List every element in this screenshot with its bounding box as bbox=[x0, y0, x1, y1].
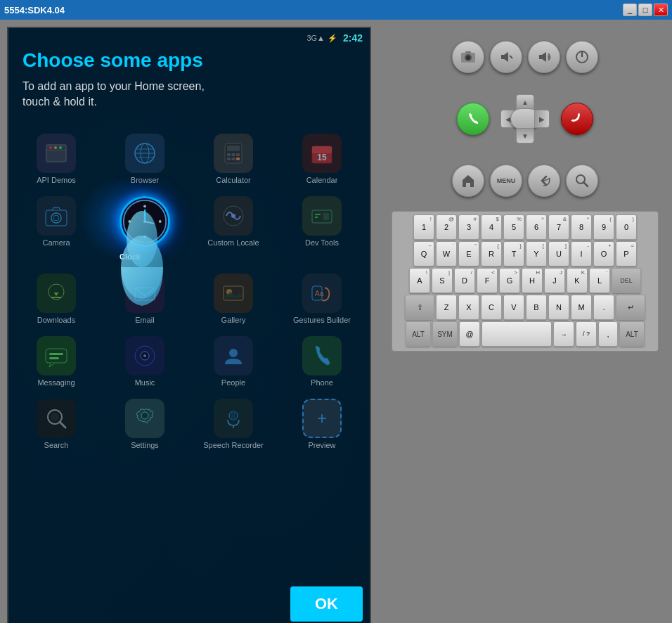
key-6[interactable]: ^6 bbox=[526, 214, 547, 240]
key-q[interactable]: ~Q bbox=[413, 241, 434, 266]
dpad-down-button[interactable]: ▼ bbox=[516, 128, 534, 143]
key-9[interactable]: (9 bbox=[593, 214, 614, 240]
dpad-right-button[interactable]: ▶ bbox=[534, 110, 550, 128]
app-label: Custom Locale bbox=[207, 238, 259, 248]
key-shift[interactable]: ⇧ bbox=[405, 295, 434, 320]
key-1[interactable]: !1 bbox=[413, 214, 434, 240]
key-i[interactable]: -I bbox=[571, 241, 592, 266]
key-at[interactable]: @ bbox=[459, 321, 480, 347]
home-hw-button[interactable] bbox=[452, 165, 484, 197]
camera-hw-button[interactable] bbox=[452, 41, 484, 73]
key-alt-right[interactable]: ALT bbox=[619, 321, 645, 347]
key-a[interactable]: \A bbox=[409, 268, 430, 293]
key-period[interactable]: . bbox=[593, 295, 614, 320]
app-label: Gallery bbox=[221, 316, 246, 325]
key-4[interactable]: $4 bbox=[481, 214, 502, 240]
list-item[interactable]: 15 Calendar bbox=[278, 128, 366, 191]
svg-point-65 bbox=[466, 56, 470, 60]
key-2[interactable]: @2 bbox=[436, 214, 457, 240]
list-item[interactable]: API Demos bbox=[12, 128, 101, 191]
dpad-up-button[interactable]: ▲ bbox=[516, 94, 534, 110]
key-k[interactable]: KK bbox=[567, 268, 588, 293]
key-alt-left[interactable]: ALT bbox=[406, 321, 431, 347]
app-chooser-overlay: Choose some apps To add an app to your H… bbox=[8, 28, 370, 623]
key-del[interactable]: DEL bbox=[612, 268, 641, 293]
key-enter[interactable]: ↵ bbox=[616, 295, 645, 320]
key-c[interactable]: C bbox=[481, 295, 502, 320]
key-l[interactable]: 'L bbox=[589, 268, 610, 293]
settings-icon bbox=[125, 399, 164, 438]
app-label: Settings bbox=[131, 441, 159, 450]
search-app-item[interactable]: Search bbox=[12, 393, 101, 456]
back-hw-button[interactable] bbox=[528, 165, 560, 197]
list-item[interactable]: Email bbox=[101, 268, 189, 330]
key-u[interactable]: ]U bbox=[548, 241, 569, 266]
list-item[interactable]: Phone bbox=[278, 330, 366, 393]
key-arrow[interactable]: → bbox=[553, 321, 574, 347]
list-item[interactable]: Gallery bbox=[189, 268, 278, 330]
key-space[interactable] bbox=[482, 321, 552, 347]
svg-point-3 bbox=[54, 146, 57, 149]
keyboard-row-asdf: \A |S /D <F >G HH JJ KK 'L DEL bbox=[395, 268, 655, 293]
list-item[interactable]: Calculator bbox=[189, 128, 278, 191]
list-item[interactable]: Settings bbox=[101, 393, 189, 456]
people-app-item[interactable]: People bbox=[189, 330, 278, 393]
key-8[interactable]: *8 bbox=[571, 214, 592, 240]
key-x[interactable]: X bbox=[458, 295, 479, 320]
key-slash-q[interactable]: / ? bbox=[576, 321, 597, 347]
key-t[interactable]: }T bbox=[503, 241, 524, 266]
list-item[interactable]: Messaging bbox=[12, 330, 101, 393]
search-hw-button[interactable] bbox=[566, 165, 598, 197]
list-item[interactable]: Dev Tools bbox=[278, 191, 366, 268]
close-button[interactable]: ✕ bbox=[654, 4, 668, 16]
keyboard-row-zxcv: ⇧ Z X C V B N M . ↵ bbox=[395, 295, 655, 320]
key-o[interactable]: +O bbox=[593, 241, 614, 266]
list-item[interactable]: + Preview bbox=[278, 393, 366, 456]
dev-tools-icon bbox=[302, 196, 342, 236]
svg-line-71 bbox=[583, 182, 588, 186]
key-5[interactable]: %5 bbox=[503, 214, 524, 240]
key-j[interactable]: JJ bbox=[544, 268, 565, 293]
ok-button[interactable]: OK bbox=[290, 586, 363, 622]
key-r[interactable]: {R bbox=[481, 241, 502, 266]
app-label: Music bbox=[135, 378, 155, 387]
calculator-icon bbox=[214, 134, 253, 173]
key-s[interactable]: |S bbox=[432, 268, 453, 293]
key-comma[interactable]: , bbox=[598, 321, 618, 347]
key-z[interactable]: Z bbox=[436, 295, 457, 320]
call-green-button[interactable] bbox=[457, 103, 489, 135]
key-d[interactable]: /D bbox=[454, 268, 475, 293]
key-h[interactable]: HH bbox=[522, 268, 543, 293]
key-v[interactable]: V bbox=[503, 295, 524, 320]
list-item[interactable]: Speech Recorder bbox=[189, 393, 278, 456]
volume-down-button[interactable] bbox=[490, 41, 522, 73]
clock-app-item[interactable]: Clock bbox=[101, 191, 189, 268]
svg-point-30 bbox=[143, 236, 146, 238]
list-item[interactable]: Aa Gestures Builder bbox=[278, 268, 366, 330]
maximize-button[interactable]: □ bbox=[638, 4, 652, 16]
key-p[interactable]: =P bbox=[616, 241, 637, 266]
key-3[interactable]: #3 bbox=[458, 214, 479, 240]
key-e[interactable]: "E bbox=[458, 241, 479, 266]
list-item[interactable]: Downloads bbox=[12, 268, 101, 330]
key-f[interactable]: <F bbox=[477, 268, 498, 293]
list-item[interactable]: Custom Locale bbox=[189, 191, 278, 268]
key-b[interactable]: B bbox=[526, 295, 547, 320]
key-7[interactable]: &7 bbox=[548, 214, 569, 240]
key-n[interactable]: N bbox=[548, 295, 569, 320]
end-call-button[interactable] bbox=[561, 103, 593, 135]
key-0[interactable]: )0 bbox=[616, 214, 637, 240]
volume-up-button[interactable] bbox=[528, 41, 560, 73]
dpad-section: ▲ ◀ ▶ ▼ bbox=[457, 94, 593, 150]
clock-svg bbox=[122, 197, 168, 246]
key-m[interactable]: M bbox=[571, 295, 592, 320]
minimize-button[interactable]: _ bbox=[623, 4, 637, 16]
power-button[interactable] bbox=[566, 41, 598, 73]
list-item[interactable]: Music bbox=[101, 330, 189, 393]
key-w[interactable]: `W bbox=[436, 241, 457, 266]
key-g[interactable]: >G bbox=[499, 268, 520, 293]
svg-rect-59 bbox=[231, 411, 235, 420]
key-y[interactable]: [Y bbox=[526, 241, 547, 266]
key-sym[interactable]: SYM bbox=[432, 321, 458, 347]
menu-hw-button[interactable]: MENU bbox=[490, 165, 522, 197]
